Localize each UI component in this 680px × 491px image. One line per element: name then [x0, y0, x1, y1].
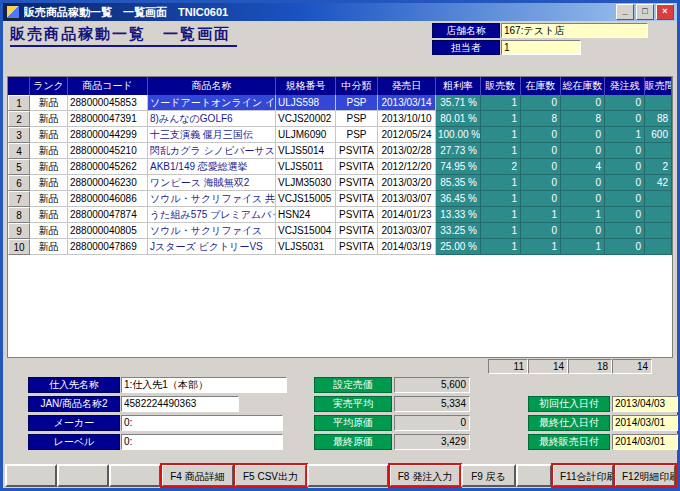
cell-name: AKB1/149 恋愛総選挙	[148, 159, 276, 175]
table-row[interactable]: 9新品288000040805ソウル・サクリファイスVCJS15004PSVIT…	[8, 223, 672, 239]
jan-field[interactable]: 4582224490363	[121, 396, 239, 412]
function-button-empty-0[interactable]	[5, 464, 57, 487]
staff-value[interactable]: 1	[501, 40, 581, 55]
total-order-remaining: 14	[612, 359, 652, 374]
column-header-chubun: 中分類	[336, 77, 378, 95]
last-cost-value: 3,429	[394, 434, 470, 450]
cell-arari: 33.25 %	[436, 223, 481, 239]
first-purchase-date-label: 初回仕入日付	[528, 396, 610, 412]
function-button-f8[interactable]: F8 発注入力	[389, 464, 461, 487]
cell-kankaku: 600	[645, 127, 672, 143]
function-button-f4[interactable]: F4 商品詳細	[161, 464, 234, 487]
column-header-no	[8, 77, 30, 95]
product-table: ランク商品コード商品名称規格番号中分類発売日粗利率販売数在庫数総在庫数発注残販売…	[7, 76, 673, 358]
cell-hatchuu: 0	[605, 207, 645, 223]
table-body: 1新品288000045853ソードアートオンライン インフィニティモ・・・UL…	[8, 95, 672, 358]
table-row[interactable]: 6新品288000046230ワンピース 海賊無双2VLJM35030PSVIT…	[8, 175, 672, 191]
cell-rank: 新品	[30, 159, 68, 175]
cell-date: 2012/05/24	[378, 127, 436, 143]
avg-cost-label: 平均原価	[314, 415, 392, 431]
cell-arari: 85.35 %	[436, 175, 481, 191]
maximize-button[interactable]: □	[636, 4, 654, 20]
cell-hatchuu: 0	[605, 175, 645, 191]
cell-zaiko: 1	[521, 239, 561, 255]
cell-souzaiko: 0	[561, 175, 605, 191]
cell-rank: 新品	[30, 239, 68, 255]
table-row[interactable]: 2新品2880000473918)みんなのGOLF6VCJS20002PSP20…	[8, 111, 672, 127]
cell-souzaiko: 0	[561, 223, 605, 239]
cell-rank: 新品	[30, 191, 68, 207]
maker-label: メーカー	[28, 415, 120, 431]
column-header-kikaku: 規格番号	[276, 77, 336, 95]
cell-arari: 74.95 %	[436, 159, 481, 175]
table-row[interactable]: 8新品288000047874うた組み575 プレミアムパックHSN24PSVI…	[8, 207, 672, 223]
table-row[interactable]: 5新品288000045262AKB1/149 恋愛総選挙VLJS5011PSV…	[8, 159, 672, 175]
supplier-name-field[interactable]: 1:仕入先1（本部）	[121, 377, 287, 393]
store-name-value[interactable]: 167:テスト店	[501, 23, 648, 38]
cell-code: 288000046230	[68, 175, 148, 191]
cell-zaiko: 1	[521, 207, 561, 223]
function-button-empty-2[interactable]	[109, 464, 161, 487]
cell-hatchuu: 0	[605, 191, 645, 207]
cell-souzaiko: 0	[561, 191, 605, 207]
column-header-hanbai: 販売数	[481, 77, 521, 95]
cell-date: 2013/03/14	[378, 95, 436, 111]
actual-avg-label: 実売平均	[314, 396, 392, 412]
cell-code: 288000045210	[68, 143, 148, 159]
cell-no: 6	[8, 175, 30, 191]
table-row[interactable]: 4新品288000045210閃乱カグラ シノビバーサスVLJS5014PSVI…	[8, 143, 672, 159]
minimize-button[interactable]: _	[616, 4, 634, 20]
cell-arari: 27.73 %	[436, 143, 481, 159]
cell-chubun: PSVITA	[336, 159, 378, 175]
last-cost-label: 最終原価	[314, 434, 392, 450]
cell-hanbai: 1	[481, 95, 521, 111]
table-row[interactable]: 10新品288000047869Jスターズ ビクトリーVSVLJS5031PSV…	[8, 239, 672, 255]
cell-kikaku: ULJS598	[276, 95, 336, 111]
cell-arari: 80.01 %	[436, 111, 481, 127]
cell-no: 5	[8, 159, 30, 175]
table-row[interactable]: 3新品288000044299十三支演義 偃月三国伝ULJM6090PSP201…	[8, 127, 672, 143]
cell-date: 2013/10/10	[378, 111, 436, 127]
cell-zaiko: 0	[521, 127, 561, 143]
function-button-empty-8[interactable]	[516, 464, 552, 487]
cell-kikaku: VLJS5011	[276, 159, 336, 175]
cell-arari: 36.45 %	[436, 191, 481, 207]
function-button-f5[interactable]: F5 CSV出力	[234, 464, 307, 487]
cell-hanbai: 1	[481, 175, 521, 191]
function-button-empty-1[interactable]	[57, 464, 109, 487]
table-row[interactable]: 7新品288000046086ソウル・サクリファイス 共闘祭りパックVCJS15…	[8, 191, 672, 207]
cell-hanbai: 1	[481, 207, 521, 223]
cell-date: 2014/01/23	[378, 207, 436, 223]
cell-kikaku: VCJS20002	[276, 111, 336, 127]
label-field[interactable]: 0:	[121, 434, 283, 450]
column-header-arari: 粗利率	[436, 77, 481, 95]
maker-field[interactable]: 0:	[121, 415, 283, 431]
cell-code: 288000045262	[68, 159, 148, 175]
cell-date: 2013/02/28	[378, 143, 436, 159]
function-button-f12明細印刷[interactable]: F12明細印刷	[614, 464, 676, 487]
cell-chubun: PSP	[336, 127, 378, 143]
jan-label: JAN/商品名称2	[28, 396, 120, 412]
column-header-souzaiko: 総在庫数	[561, 77, 605, 95]
cell-code: 288000047874	[68, 207, 148, 223]
cell-name: ソウル・サクリファイス 共闘祭りパック	[148, 191, 276, 207]
table-row[interactable]: 1新品288000045853ソードアートオンライン インフィニティモ・・・UL…	[8, 95, 672, 111]
cell-kikaku: VCJS15005	[276, 191, 336, 207]
cell-code: 288000045853	[68, 95, 148, 111]
cell-date: 2013/03/07	[378, 223, 436, 239]
function-button-f11合計印刷[interactable]: F11合計印刷	[552, 464, 614, 487]
cell-name: ソウル・サクリファイス	[148, 223, 276, 239]
column-header-rank: ランク	[30, 77, 68, 95]
cell-date: 2013/03/07	[378, 191, 436, 207]
cell-kankaku: 2	[645, 159, 672, 175]
close-button[interactable]: ×	[656, 4, 674, 20]
app-icon	[6, 5, 20, 19]
app-window: 販売商品稼動一覧 一覧画面 TNIC0601 _ □ × 販売商品稼動一覧 一覧…	[0, 0, 680, 491]
function-button-f9[interactable]: F9 戻る	[461, 464, 516, 487]
cell-hatchuu: 0	[605, 95, 645, 111]
cell-rank: 新品	[30, 95, 68, 111]
cell-souzaiko: 0	[561, 95, 605, 111]
function-button-empty-5[interactable]	[307, 464, 389, 487]
cell-no: 9	[8, 223, 30, 239]
cell-arari: 25.00 %	[436, 239, 481, 255]
